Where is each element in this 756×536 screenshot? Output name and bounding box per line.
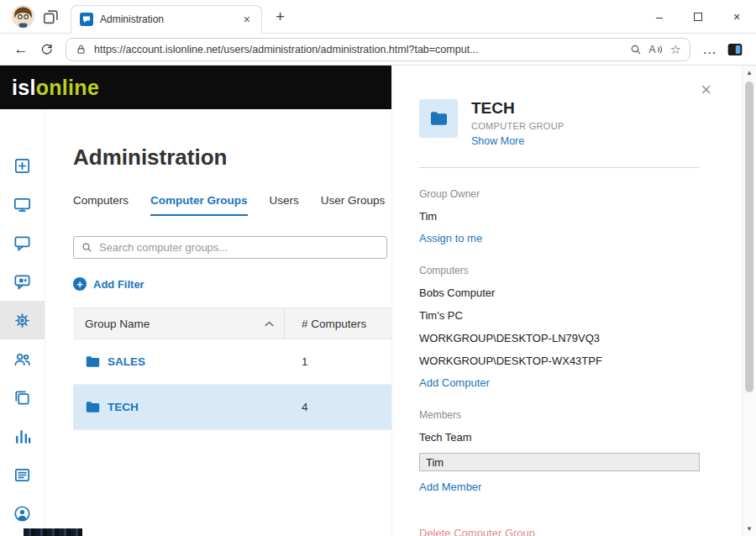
settings-gear-icon	[13, 311, 32, 330]
computer-item: WORKGROUP\DESKTOP-WX43TPF	[419, 355, 700, 367]
add-computer-link[interactable]: Add Computer	[419, 376, 490, 389]
folder-icon	[86, 401, 100, 413]
vertical-scrollbar[interactable]: ▲ ▼	[742, 66, 756, 536]
sidebar-item-video-chat[interactable]	[0, 262, 45, 301]
group-name-label: SALES	[108, 355, 145, 368]
group-name-cell[interactable]: SALES	[73, 355, 285, 368]
sidebar-item-computers[interactable]	[0, 185, 45, 223]
column-group-name[interactable]: Group Name	[73, 308, 285, 339]
app-body: Administration Computers Computer Groups…	[0, 109, 391, 536]
group-icon-tile	[419, 99, 458, 138]
member-input[interactable]: Tim	[419, 453, 700, 471]
admin-tabs: Computers Computer Groups Users User Gro…	[73, 194, 391, 216]
copy-pages-icon	[13, 388, 32, 407]
computer-item: Tim's PC	[419, 309, 700, 322]
member-item: Tech Team	[419, 431, 700, 444]
table-header: Group Name # Computers	[73, 307, 391, 339]
people-icon	[13, 349, 32, 369]
add-filter-label: Add Filter	[93, 278, 144, 291]
app-left-column: islonline	[0, 66, 391, 536]
computer-item: WORKGROUP\DESKTOP-LN79VQ3	[419, 332, 700, 344]
lock-icon	[75, 43, 87, 55]
sidebar-item-chat[interactable]	[0, 223, 45, 262]
panel-close-icon[interactable]: ×	[701, 81, 711, 99]
scroll-down-icon[interactable]: ▼	[746, 525, 753, 533]
search-box[interactable]	[73, 236, 387, 259]
group-detail-panel: × TECH COMPUTER GROUP Show More Group Ow…	[391, 66, 742, 536]
read-aloud-icon[interactable]: A	[649, 44, 664, 55]
show-more-link[interactable]: Show More	[471, 135, 524, 147]
sidebar-item-sessions-copy[interactable]	[0, 378, 45, 417]
window-controls: – ×	[640, 0, 756, 33]
tab-close-icon[interactable]: ×	[241, 13, 253, 26]
address-bar[interactable]: https://account.islonline.net/users/admi…	[66, 38, 690, 61]
tab-computer-groups[interactable]: Computer Groups	[150, 194, 248, 216]
page-title: Administration	[73, 145, 391, 171]
window-close-button[interactable]: ×	[717, 0, 756, 33]
detail-divider	[419, 167, 700, 168]
read-aloud-letter: A	[649, 44, 656, 55]
new-tab-button[interactable]: +	[276, 8, 285, 26]
column-group-name-label: Group Name	[85, 318, 150, 330]
folder-icon	[430, 111, 448, 126]
browser-profile-avatar[interactable]	[12, 5, 34, 28]
browser-tab-strip: Administration × + – ×	[0, 0, 756, 34]
browser-navbar: ← https://account.islonline.net/users/ad…	[0, 34, 756, 66]
sort-asc-icon[interactable]	[265, 321, 274, 327]
detail-type-label: COMPUTER GROUP	[471, 121, 564, 131]
app-sidebar	[0, 109, 45, 536]
logo-isl: isl	[12, 76, 36, 100]
sidebar-item-reports[interactable]	[0, 417, 45, 455]
assign-to-me-link[interactable]: Assign to me	[419, 232, 482, 244]
browser-window: Administration × + – × ← https://	[0, 0, 756, 536]
refresh-button[interactable]	[34, 37, 59, 62]
back-button[interactable]: ←	[8, 37, 34, 62]
tab-groups-icon[interactable]	[42, 8, 60, 26]
table-row-tech[interactable]: TECH 4	[73, 385, 391, 430]
window-maximize-button[interactable]	[679, 0, 717, 33]
delete-computer-group-link[interactable]: Delete Computer Group	[419, 527, 535, 536]
chat-icon	[13, 234, 32, 253]
search-input[interactable]	[99, 241, 380, 254]
group-owner-value: Tim	[419, 210, 700, 223]
computer-count-cell: 1	[285, 355, 391, 368]
sidebar-item-account[interactable]	[0, 494, 45, 533]
tab-users[interactable]: Users	[270, 194, 299, 216]
tab-favicon-icon	[80, 13, 93, 26]
browser-menu-icon[interactable]: …	[702, 41, 717, 58]
group-name-cell[interactable]: TECH	[73, 401, 285, 413]
scroll-up-icon[interactable]: ▲	[746, 69, 753, 76]
bar-chart-icon	[13, 427, 32, 446]
logo-online: online	[36, 76, 99, 100]
tab-computers[interactable]: Computers	[73, 194, 129, 216]
sidebar-item-settings[interactable]	[0, 301, 45, 339]
browser-sidebar-icon[interactable]	[722, 37, 748, 62]
search-in-page-icon[interactable]	[629, 43, 643, 56]
plus-icon: +	[73, 277, 87, 291]
favorite-star-icon[interactable]: ☆	[670, 42, 681, 57]
window-minimize-button[interactable]: –	[640, 0, 679, 33]
computer-count-cell: 4	[285, 401, 391, 413]
sidebar-item-logs[interactable]	[0, 455, 45, 494]
computer-item: Bobs Computer	[419, 286, 700, 299]
maximize-icon	[694, 13, 702, 21]
brand-header: islonline	[0, 66, 391, 109]
video-chat-icon	[13, 272, 32, 292]
group-name-label: TECH	[108, 401, 139, 413]
detail-title-block: TECH COMPUTER GROUP Show More	[471, 99, 564, 147]
sidebar-item-users[interactable]	[0, 339, 45, 378]
computer-icon	[13, 195, 32, 214]
scrollbar-thumb[interactable]	[745, 81, 753, 392]
search-icon	[81, 241, 93, 254]
url-text: https://account.islonline.net/users/admi…	[94, 44, 622, 55]
sidebar-item-add-session[interactable]	[0, 146, 45, 185]
table-row-sales[interactable]: SALES 1	[73, 339, 391, 385]
tab-user-groups[interactable]: User Groups	[321, 194, 386, 216]
add-session-icon	[13, 156, 32, 176]
computers-label: Computers	[419, 265, 700, 276]
add-member-link[interactable]: Add Member	[419, 481, 481, 493]
admin-content: Administration Computers Computer Groups…	[45, 109, 391, 536]
add-filter-button[interactable]: + Add Filter	[73, 277, 144, 291]
browser-tab-administration[interactable]: Administration ×	[71, 5, 262, 34]
column-computer-count[interactable]: # Computers	[285, 318, 391, 330]
